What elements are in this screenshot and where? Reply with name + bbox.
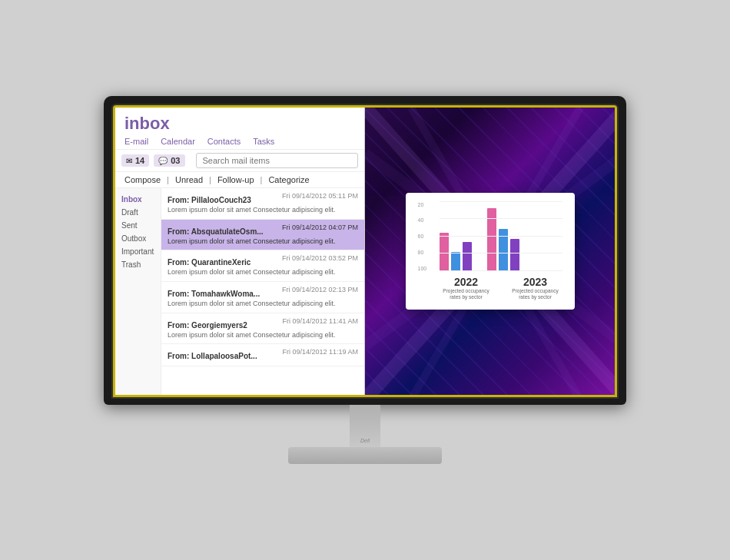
mail-counter: ✉ 14	[121, 154, 149, 167]
mail-list: From: PillalooCouch23Fri 09/14/2012 05:1…	[161, 188, 364, 395]
monitor-base	[288, 447, 442, 464]
monitor-bezel: inbox E-mail Calendar Contacts Tasks ✉ 1…	[111, 104, 619, 399]
mail-count: 14	[135, 156, 144, 165]
email-header: inbox E-mail Calendar Contacts Tasks	[115, 108, 364, 150]
search-input[interactable]	[196, 153, 359, 168]
nav-tabs: E-mail Calendar Contacts Tasks	[124, 137, 355, 146]
mail-preview: Lorem ipsum dolor sit amet Consectetur a…	[168, 206, 358, 215]
mail-from: From: TomahawkWoma...	[168, 290, 260, 298]
inbox-title: inbox	[124, 114, 355, 134]
mail-preview: Lorem ipsum dolor sit amet Consectetur a…	[168, 268, 358, 277]
mail-icon: ✉	[126, 157, 132, 165]
chart-year-2023: 2023 Projected occupancyrates by sector	[509, 276, 562, 301]
sidebar-item-trash[interactable]: Trash	[115, 258, 161, 271]
chart-labels: 2022 Projected occupancyrates by sector …	[418, 276, 562, 301]
chart-area: 100 80 60 40 20	[418, 202, 562, 271]
list-item[interactable]: From: PillalooCouch23Fri 09/14/2012 05:1…	[161, 188, 364, 220]
monitor-neck: Dell	[350, 405, 380, 447]
y-label: 40	[418, 217, 427, 223]
mail-preview: Lorem ipsum dolor sit amet Consectetur a…	[168, 331, 358, 340]
screen-content: inbox E-mail Calendar Contacts Tasks ✉ 1…	[113, 105, 617, 397]
y-label: 80	[418, 250, 427, 255]
mail-date: Fri 09/14/2012 03:52 PM	[282, 254, 358, 262]
categorize-button[interactable]: Categorize	[268, 175, 309, 184]
list-item[interactable]: From: TomahawkWoma...Fri 09/14/2012 02:1…	[161, 282, 364, 313]
sidebar-item-sent[interactable]: Sent	[115, 219, 161, 232]
compose-button[interactable]: Compose	[124, 175, 161, 184]
mail-from: From: AbsquatulateOsm...	[168, 227, 264, 236]
chat-count: 03	[171, 156, 180, 165]
y-label: 20	[418, 202, 427, 207]
chart-gridlines	[440, 202, 562, 271]
chart-panel: 100 80 60 40 20	[365, 108, 615, 395]
monitor-frame: inbox E-mail Calendar Contacts Tasks ✉ 1…	[104, 96, 626, 405]
list-item[interactable]: From: Georgiemyers2Fri 09/14/2012 11:41 …	[161, 313, 364, 345]
search-bar	[196, 153, 359, 168]
email-body: Inbox Draft Sent Outbox Important Trash …	[115, 188, 364, 395]
tab-tasks[interactable]: Tasks	[253, 137, 274, 146]
monitor: inbox E-mail Calendar Contacts Tasks ✉ 1…	[96, 96, 634, 464]
chat-icon: 💬	[158, 157, 168, 165]
y-label: 100	[418, 266, 427, 271]
year-number: 2022	[440, 276, 493, 288]
mail-from: From: PillalooCouch23	[168, 196, 251, 204]
mail-from: From: Georgiemyers2	[168, 321, 247, 330]
year-desc: Projected occupancyrates by sector	[440, 288, 493, 301]
mail-preview: Lorem ipsum dolor sit amet Consectetur a…	[168, 300, 358, 309]
mail-date: Fri 09/14/2012 02:13 PM	[282, 286, 358, 293]
sidebar-item-draft[interactable]: Draft	[115, 206, 161, 219]
mail-date: Fri 09/14/2012 05:11 PM	[282, 192, 358, 200]
sidebar-item-important[interactable]: Important	[115, 245, 161, 258]
mail-date: Fri 09/14/2012 11:19 AM	[282, 348, 358, 356]
mail-from: From: QuarantineXeric	[168, 258, 251, 267]
sidebar-item-inbox[interactable]: Inbox	[115, 193, 161, 206]
unread-button[interactable]: Unread	[175, 175, 203, 184]
list-item[interactable]: From: LollapaloosaPot...Fri 09/14/2012 1…	[161, 344, 364, 366]
email-panel: inbox E-mail Calendar Contacts Tasks ✉ 1…	[115, 108, 365, 395]
followup-button[interactable]: Follow-up	[217, 175, 254, 184]
dell-logo: Dell	[360, 438, 370, 443]
sidebar-nav: Inbox Draft Sent Outbox Important Trash	[115, 188, 161, 395]
mail-date: Fri 09/14/2012 04:07 PM	[282, 224, 358, 231]
mail-date: Fri 09/14/2012 11:41 AM	[282, 317, 358, 325]
sidebar-item-outbox[interactable]: Outbox	[115, 232, 161, 245]
list-item[interactable]: From: QuarantineXericFri 09/14/2012 03:5…	[161, 250, 364, 282]
mail-from: From: LollapaloosaPot...	[168, 352, 257, 360]
year-desc: Projected occupancyrates by sector	[509, 288, 562, 301]
chart-card: 100 80 60 40 20	[406, 193, 575, 310]
year-number: 2023	[509, 276, 562, 288]
y-label: 60	[418, 234, 427, 239]
tab-contacts[interactable]: Contacts	[207, 137, 241, 146]
mail-preview: Lorem ipsum dolor sit amet Consectetur a…	[168, 237, 358, 247]
counters-search-row: ✉ 14 💬 03	[115, 150, 364, 172]
toolbar-row: Compose | Unread | Follow-up | Categoriz…	[115, 172, 364, 188]
tab-calendar[interactable]: Calendar	[161, 137, 195, 146]
chart-year-2022: 2022 Projected occupancyrates by sector	[440, 276, 493, 301]
y-axis: 100 80 60 40 20	[418, 202, 427, 271]
chat-counter: 💬 03	[154, 154, 184, 167]
list-item[interactable]: From: AbsquatulateOsm...Fri 09/14/2012 0…	[161, 220, 364, 251]
tab-email[interactable]: E-mail	[124, 137, 148, 146]
